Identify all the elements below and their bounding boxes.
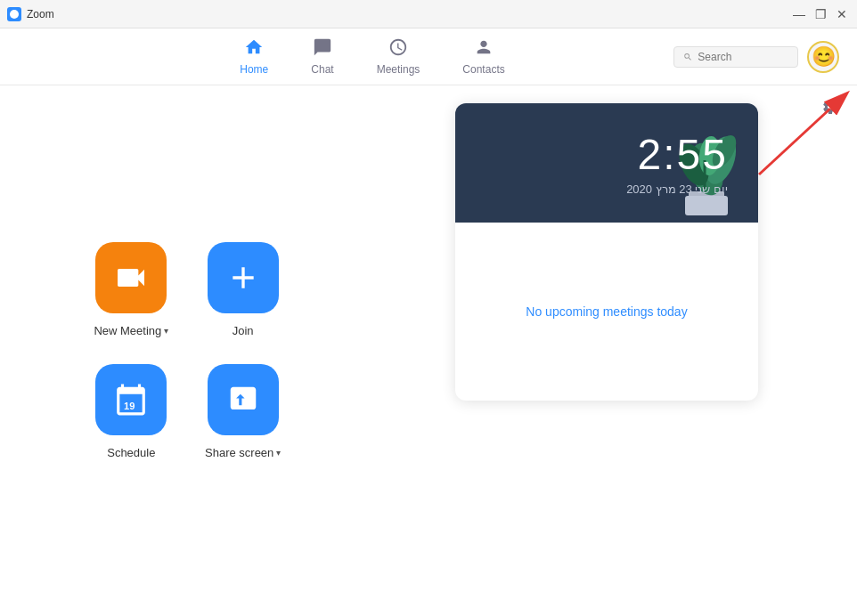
tab-contacts-label: Contacts <box>462 63 504 76</box>
svg-text:19: 19 <box>124 401 135 411</box>
settings-gear-button[interactable] <box>821 98 839 120</box>
new-meeting-chevron: ▾ <box>164 326 168 336</box>
close-button[interactable]: ✕ <box>834 6 850 22</box>
tab-meetings-label: Meetings <box>377 63 420 76</box>
avatar-button[interactable]: 😊 <box>807 41 839 73</box>
title-bar: Zoom — ❐ ✕ <box>0 0 857 28</box>
title-bar-left: Zoom <box>7 7 54 21</box>
tab-chat-label: Chat <box>311 63 333 76</box>
home-icon <box>244 37 264 61</box>
calendar-date: יום שני 23 מרץ 2020 <box>626 182 728 196</box>
share-screen-label: Share screen ▾ <box>205 446 281 459</box>
calendar-header: 2:55 יום שני 23 מרץ 2020 <box>455 103 758 223</box>
new-meeting-label: New Meeting ▾ <box>94 324 168 337</box>
search-icon <box>683 52 692 62</box>
action-grid: New Meeting ▾ Join <box>94 242 282 459</box>
right-panel: 2:55 יום שני 23 מרץ 2020 No upcoming mee… <box>374 85 857 616</box>
no-meetings-text: No upcoming meetings today <box>526 304 687 319</box>
calendar-body: No upcoming meetings today <box>455 223 758 401</box>
join-button[interactable] <box>208 242 279 313</box>
search-input[interactable] <box>698 51 788 63</box>
chat-icon <box>313 37 332 61</box>
main-content: New Meeting ▾ Join <box>0 85 857 616</box>
new-meeting-item: New Meeting ▾ <box>94 242 168 337</box>
tab-chat[interactable]: Chat <box>290 30 355 83</box>
schedule-button[interactable]: 19 <box>95 364 167 435</box>
calendar-widget: 2:55 יום שני 23 מרץ 2020 No upcoming mee… <box>455 103 758 401</box>
calendar-time: 2:55 <box>626 130 728 179</box>
nav-tabs: Home Chat Meetings <box>218 30 526 83</box>
tab-home-label: Home <box>240 63 268 76</box>
tab-meetings[interactable]: Meetings <box>355 30 442 83</box>
join-item: Join <box>208 242 279 337</box>
maximize-button[interactable]: ❐ <box>812 6 828 22</box>
meetings-icon <box>388 37 408 61</box>
new-meeting-button[interactable] <box>95 242 167 313</box>
window-controls: — ❐ ✕ <box>791 6 850 22</box>
share-screen-button[interactable] <box>208 364 279 435</box>
app-title: Zoom <box>27 8 54 20</box>
minimize-button[interactable]: — <box>791 6 807 22</box>
left-panel: New Meeting ▾ Join <box>0 85 374 616</box>
share-screen-chevron: ▾ <box>276 448 281 458</box>
contacts-icon <box>474 37 494 61</box>
schedule-label: Schedule <box>107 446 155 459</box>
svg-rect-4 <box>685 196 728 215</box>
tab-contacts[interactable]: Contacts <box>441 30 526 83</box>
search-box[interactable] <box>673 46 798 68</box>
zoom-logo-icon <box>7 7 21 21</box>
share-screen-item: Share screen ▾ <box>205 364 281 459</box>
schedule-item: 19 Schedule <box>95 364 167 459</box>
tab-home[interactable]: Home <box>218 30 290 83</box>
join-label: Join <box>233 324 254 337</box>
nav-bar: Home Chat Meetings <box>0 28 857 85</box>
